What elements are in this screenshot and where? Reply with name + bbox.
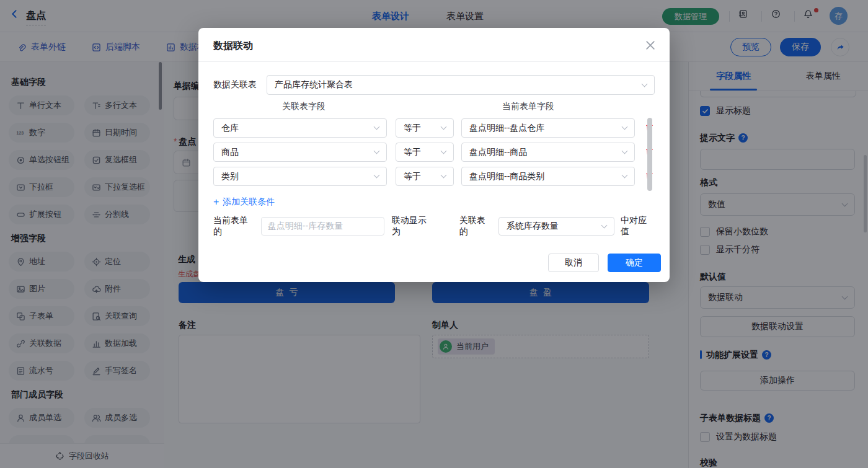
modal-footer: 取消 确定 <box>548 254 661 272</box>
condition-field-value: 仓库 <box>221 123 239 134</box>
condition-target-value: 盘点明细--商品 <box>469 147 527 158</box>
condition-target-select[interactable]: 盘点明细--盘点仓库 <box>461 118 635 138</box>
modal-title: 数据联动 <box>213 40 253 53</box>
condition-row: 仓库等于盘点明细--盘点仓库 <box>213 118 655 138</box>
chevron-down-icon <box>622 148 628 154</box>
related-table-label: 关联表的 <box>459 215 494 237</box>
chevron-down-icon <box>374 172 380 179</box>
condition-operator-value: 等于 <box>404 171 421 182</box>
condition-target-select[interactable]: 盘点明细--商品 <box>461 143 635 162</box>
link-display-label: 联动显示为 <box>392 215 435 237</box>
related-field-value: 系统库存数量 <box>507 221 559 232</box>
linked-table-value: 产品库存统计聚合表 <box>275 79 353 91</box>
add-condition-link[interactable]: +添加关联条件 <box>213 196 275 208</box>
suffix-label: 中对应值 <box>621 215 655 237</box>
condition-field-value: 类别 <box>221 171 239 182</box>
condition-field-select[interactable]: 商品 <box>213 143 387 162</box>
right-column-header: 当前表单字段 <box>502 101 554 112</box>
confirm-button[interactable]: 确定 <box>608 254 661 272</box>
linked-table-select[interactable]: 产品库存统计聚合表 <box>267 75 655 95</box>
condition-operator-value: 等于 <box>404 147 421 158</box>
modal-header: 数据联动 <box>198 28 670 62</box>
chevron-down-icon <box>601 222 608 228</box>
condition-field-select[interactable]: 类别 <box>213 167 387 186</box>
condition-rows: 仓库等于盘点明细--盘点仓库商品等于盘点明细--商品类别等于盘点明细--商品类别 <box>213 118 655 191</box>
condition-field-select[interactable]: 仓库 <box>213 118 387 138</box>
related-field-select[interactable]: 系统库存数量 <box>498 217 614 236</box>
chevron-down-icon <box>374 148 380 154</box>
current-form-field-input[interactable]: 盘点明细--库存数量 <box>261 217 384 236</box>
linked-table-label: 数据关联表 <box>213 79 257 91</box>
condition-operator-select[interactable]: 等于 <box>396 118 454 138</box>
chevron-down-icon <box>441 124 447 130</box>
condition-row: 类别等于盘点明细--商品类别 <box>213 167 655 186</box>
cancel-button[interactable]: 取消 <box>548 254 599 272</box>
chevron-down-icon <box>622 172 628 179</box>
condition-operator-select[interactable]: 等于 <box>396 167 454 186</box>
condition-field-value: 商品 <box>221 147 239 158</box>
condition-target-value: 盘点明细--盘点仓库 <box>469 123 544 134</box>
conditions-scrollbar[interactable] <box>647 118 652 191</box>
chevron-down-icon <box>441 172 447 179</box>
chevron-down-icon <box>622 124 628 130</box>
data-linkage-modal: 数据联动 数据关联表 产品库存统计聚合表 关联表字段 当前表单字段 仓库等于盘点… <box>198 28 670 282</box>
chevron-down-icon <box>642 81 648 87</box>
condition-target-value: 盘点明细--商品类别 <box>469 171 544 182</box>
condition-row: 商品等于盘点明细--商品 <box>213 143 655 162</box>
linked-table-row: 数据关联表 产品库存统计聚合表 <box>213 75 655 95</box>
chevron-down-icon <box>374 124 380 130</box>
mapping-row: 当前表单的 盘点明细--库存数量 联动显示为 关联表的 系统库存数量 中对应值 <box>213 217 655 236</box>
current-form-label: 当前表单的 <box>213 215 256 237</box>
left-column-header: 关联表字段 <box>282 101 326 112</box>
condition-operator-select[interactable]: 等于 <box>396 143 454 162</box>
chevron-down-icon <box>441 148 447 154</box>
form-designer-app: 盘点 表单设计表单设置 数据管理 存 表单外链后端脚本数据权限 预览 保存 基础… <box>0 0 868 468</box>
condition-operator-value: 等于 <box>404 123 421 134</box>
close-icon[interactable] <box>645 40 656 51</box>
add-condition-label: 添加关联条件 <box>223 196 275 208</box>
condition-target-select[interactable]: 盘点明细--商品类别 <box>461 167 635 186</box>
plus-icon: + <box>213 196 219 208</box>
